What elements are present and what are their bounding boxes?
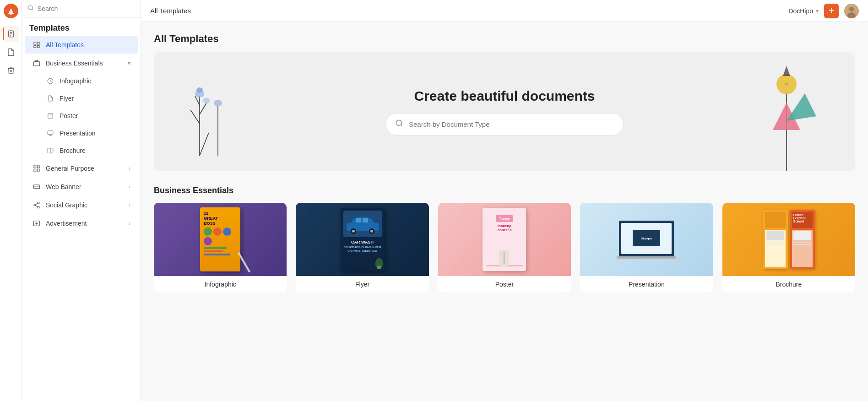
svg-point-31 bbox=[34, 204, 36, 206]
svg-point-7 bbox=[28, 5, 33, 10]
svg-point-32 bbox=[38, 206, 39, 208]
hero-banner: Create beautiful documents bbox=[154, 52, 855, 171]
sidebar-search-icon bbox=[27, 5, 34, 13]
svg-rect-17 bbox=[48, 114, 53, 119]
svg-rect-13 bbox=[33, 62, 39, 66]
sidebar-item-all-templates-label: All Templates bbox=[46, 41, 84, 49]
hero-search-input[interactable] bbox=[409, 120, 614, 128]
svg-line-34 bbox=[36, 203, 38, 205]
general-purpose-icon bbox=[32, 164, 41, 173]
section-title-business-essentials: Business Essentials bbox=[154, 186, 855, 195]
svg-rect-9 bbox=[34, 42, 36, 44]
card-image-poster: 7 ways makeupcourses bbox=[438, 203, 571, 276]
svg-point-60 bbox=[352, 230, 355, 233]
sidebar-item-presentation[interactable]: Presentation bbox=[25, 125, 138, 141]
template-card-infographic[interactable]: 12GREATBOSS bbox=[154, 203, 287, 293]
sidebar-search-container bbox=[22, 0, 141, 18]
content-area: All Templates bbox=[141, 22, 868, 401]
svg-line-41 bbox=[190, 110, 200, 124]
svg-line-50 bbox=[401, 125, 402, 126]
main-area: All Templates DocHipo ▾ + All Templates bbox=[141, 0, 868, 401]
hero-center: Create beautiful documents bbox=[385, 88, 624, 135]
hero-decoration-right bbox=[745, 57, 828, 171]
page-title: All Templates bbox=[154, 33, 855, 45]
svg-point-62 bbox=[370, 230, 373, 233]
svg-point-49 bbox=[396, 120, 401, 125]
svg-line-8 bbox=[32, 9, 33, 11]
svg-line-16 bbox=[50, 81, 51, 81]
card-label-brochure: Brochure bbox=[722, 276, 855, 293]
sidebar-item-all-templates[interactable]: All Templates bbox=[25, 36, 138, 54]
card-label-poster: Poster bbox=[438, 276, 571, 293]
template-card-flyer[interactable]: CAR WASH DOUBTLESS CLEAN IN OUR CAR WASH… bbox=[296, 203, 429, 293]
svg-rect-12 bbox=[37, 45, 39, 48]
card-label-flyer: Flyer bbox=[296, 276, 429, 293]
web-banner-arrow: › bbox=[129, 184, 130, 190]
sidebar-item-infographic[interactable]: Infographic bbox=[25, 73, 138, 89]
rail-documents-icon[interactable] bbox=[3, 26, 19, 42]
sidebar-item-advertisement-label: Advertisement bbox=[46, 220, 87, 227]
svg-line-43 bbox=[195, 96, 200, 105]
template-card-brochure[interactable]: FutureLeadersSchool Brochure bbox=[722, 203, 855, 293]
web-banner-icon bbox=[32, 182, 41, 191]
topbar-left: All Templates bbox=[150, 7, 191, 15]
advertisement-icon bbox=[32, 219, 41, 228]
sidebar-item-flyer-label: Flyer bbox=[60, 95, 74, 102]
sidebar-item-poster[interactable]: Poster bbox=[25, 108, 138, 124]
app-logo[interactable] bbox=[4, 4, 18, 18]
flyer-icon bbox=[46, 94, 55, 103]
svg-point-55 bbox=[785, 83, 788, 86]
card-label-presentation: Presentation bbox=[580, 276, 713, 293]
svg-rect-26 bbox=[34, 169, 36, 171]
svg-point-48 bbox=[214, 100, 222, 106]
svg-point-45 bbox=[196, 87, 203, 93]
rail-trash-icon[interactable] bbox=[3, 62, 19, 79]
svg-point-46 bbox=[203, 98, 210, 103]
presentation-icon bbox=[46, 129, 55, 138]
sidebar-item-general-purpose-label: General Purpose bbox=[46, 165, 94, 172]
sidebar-search-input[interactable] bbox=[38, 5, 135, 12]
svg-line-33 bbox=[36, 206, 38, 207]
svg-rect-11 bbox=[34, 45, 36, 48]
svg-rect-25 bbox=[37, 166, 39, 168]
business-essentials-icon bbox=[32, 59, 41, 68]
hero-decoration-left bbox=[181, 69, 236, 162]
svg-line-40 bbox=[200, 133, 209, 156]
topbar: All Templates DocHipo ▾ + bbox=[141, 0, 868, 22]
sidebar-item-social-graphic[interactable]: Social Graphic › bbox=[25, 196, 138, 214]
icon-rail bbox=[0, 0, 22, 401]
sidebar-item-advertisement[interactable]: Advertisement › bbox=[25, 215, 138, 232]
avatar[interactable] bbox=[844, 4, 859, 18]
sidebar-item-poster-label: Poster bbox=[60, 112, 78, 119]
template-card-presentation[interactable]: SkyApts Presentation bbox=[580, 203, 713, 293]
sidebar-item-social-graphic-label: Social Graphic bbox=[46, 201, 87, 209]
sidebar-item-business-essentials[interactable]: Business Essentials ▾ bbox=[25, 54, 138, 72]
all-templates-icon bbox=[32, 40, 41, 49]
social-graphic-icon bbox=[32, 200, 41, 210]
user-name: DocHipo bbox=[788, 7, 813, 15]
poster-icon bbox=[46, 111, 55, 120]
infographic-icon bbox=[46, 76, 55, 86]
sidebar-item-general-purpose[interactable]: General Purpose › bbox=[25, 160, 138, 177]
svg-rect-27 bbox=[37, 169, 39, 171]
brochure-icon bbox=[46, 146, 55, 155]
topbar-right: DocHipo ▾ + bbox=[788, 4, 859, 18]
create-new-button[interactable]: + bbox=[824, 4, 839, 18]
card-image-flyer: CAR WASH DOUBTLESS CLEAN IN OUR CAR WASH… bbox=[296, 203, 429, 276]
sidebar-item-web-banner[interactable]: Web Banner › bbox=[25, 178, 138, 195]
svg-rect-24 bbox=[34, 166, 36, 168]
business-essentials-chevron: ▾ bbox=[128, 60, 130, 66]
user-chevron-icon: ▾ bbox=[816, 8, 819, 14]
svg-rect-10 bbox=[37, 42, 39, 44]
sidebar-item-brochure[interactable]: Brochure bbox=[25, 142, 138, 159]
sidebar-item-business-essentials-label: Business Essentials bbox=[46, 60, 103, 67]
svg-rect-19 bbox=[48, 131, 53, 135]
rail-file-icon[interactable] bbox=[3, 44, 19, 60]
card-label-infographic: Infographic bbox=[154, 276, 287, 293]
user-menu[interactable]: DocHipo ▾ bbox=[788, 7, 819, 15]
sidebar-title: Templates bbox=[22, 18, 141, 36]
template-card-poster[interactable]: 7 ways makeupcourses Poster bbox=[438, 203, 571, 293]
sidebar-item-flyer[interactable]: Flyer bbox=[25, 90, 138, 107]
svg-point-2 bbox=[10, 12, 12, 15]
svg-marker-57 bbox=[783, 66, 790, 76]
